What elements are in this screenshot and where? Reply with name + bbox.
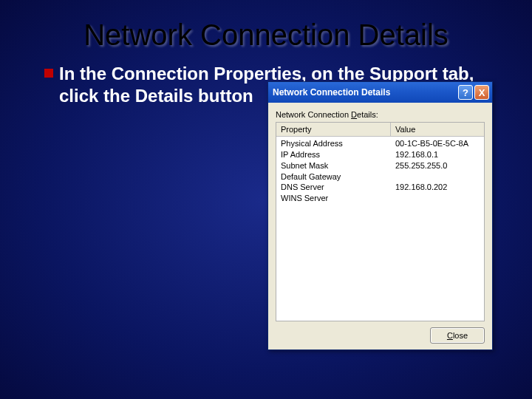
table-row[interactable]: Subnet Mask255.255.255.0 (276, 160, 484, 171)
titlebar-buttons: ? X (458, 85, 489, 100)
value-cell: 192.168.0.1 (391, 149, 484, 160)
close-x-button[interactable]: X (474, 85, 489, 100)
property-cell: IP Address (276, 149, 391, 160)
property-cell: WINS Server (276, 193, 391, 204)
property-cell: DNS Server (276, 182, 391, 193)
header-property[interactable]: Property (276, 123, 391, 136)
details-label-after: etails: (357, 110, 378, 119)
network-details-dialog: Network Connection Details ? X Network C… (267, 81, 493, 350)
table-row[interactable]: DNS Server192.168.0.202 (276, 182, 484, 193)
dialog-titlebar[interactable]: Network Connection Details ? X (268, 82, 492, 103)
close-button-rest: lose (453, 331, 468, 340)
help-button[interactable]: ? (458, 85, 473, 100)
details-table: Property Value Physical Address00-1C-B5-… (276, 122, 485, 321)
value-cell: 255.255.255.0 (391, 160, 484, 171)
close-icon: X (479, 87, 485, 98)
table-row[interactable]: WINS Server (276, 193, 484, 204)
value-cell: 192.168.0.202 (391, 182, 484, 193)
dialog-body: Network Connection Details: Property Val… (268, 103, 492, 349)
details-label-before: Network Connection (276, 110, 351, 119)
close-button[interactable]: Close (430, 327, 485, 344)
value-cell (391, 193, 484, 204)
value-cell: 00-1C-B5-0E-5C-8A (391, 138, 484, 149)
dialog-footer: Close (276, 321, 485, 344)
property-cell: Subnet Mask (276, 160, 391, 171)
property-cell: Default Gateway (276, 171, 391, 183)
table-header: Property Value (276, 123, 484, 137)
details-label-accel: D (351, 110, 357, 119)
table-body: Physical Address00-1C-B5-0E-5C-8AIP Addr… (276, 137, 484, 205)
table-row[interactable]: IP Address192.168.0.1 (276, 149, 484, 160)
help-icon: ? (463, 87, 468, 98)
table-row[interactable]: Default Gateway (276, 171, 484, 183)
property-cell: Physical Address (276, 138, 391, 149)
value-cell (391, 171, 484, 183)
header-value[interactable]: Value (391, 123, 484, 136)
bullet-icon (44, 69, 53, 78)
table-row[interactable]: Physical Address00-1C-B5-0E-5C-8A (276, 138, 484, 149)
dialog-title: Network Connection Details (273, 87, 390, 98)
details-label: Network Connection Details: (276, 110, 485, 119)
close-button-accel: C (447, 331, 453, 340)
slide-title: Network Connection Details (0, 0, 532, 63)
